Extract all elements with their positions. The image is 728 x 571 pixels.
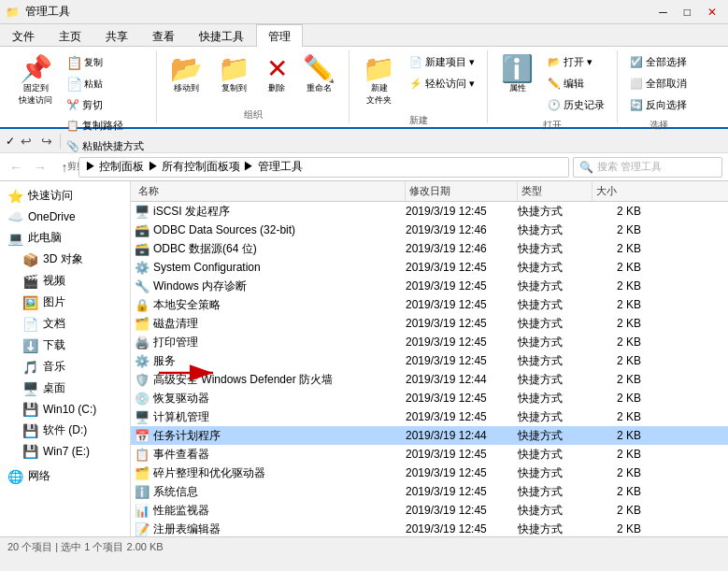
sidebar-item-quickaccess[interactable]: ⭐ 快速访问 [0,185,130,207]
file-type: 快捷方式 [518,372,592,388]
table-row[interactable]: ℹ️ 系统信息 2019/3/19 12:45 快捷方式 2 KB [131,482,728,501]
file-icon: 📋 [135,448,150,462]
search-box[interactable]: 🔍 搜索 管理工具 [573,157,722,178]
file-date: 2019/3/19 12:45 [406,298,518,311]
pin-to-quick-access-btn[interactable]: 📌 固定到快速访问 [13,52,58,110]
copy-btn[interactable]: 📋 复制 [62,52,149,73]
sidebar-item-music[interactable]: 🎵 音乐 [0,356,130,378]
sidebar-item-network[interactable]: 🌐 网络 [0,465,130,487]
file-type: 快捷方式 [518,297,592,313]
file-size: 2 KB [592,223,649,236]
network-icon: 🌐 [7,469,24,484]
sidebar-item-desktop[interactable]: 🖥️ 桌面 [0,378,130,399]
file-size: 2 KB [592,242,649,255]
downloads-icon: ⬇️ [22,338,39,353]
cut-btn[interactable]: ✂️剪切 [62,95,149,115]
file-icon: ℹ️ [135,485,150,499]
maximize-btn[interactable]: □ [678,6,696,19]
file-type: 快捷方式 [518,409,592,425]
drive-d-icon: 💾 [22,423,39,438]
file-main: 名称 修改日期 类型 大小 🖥️ iSCSI 发起程序 2019/3/19 12… [131,181,728,536]
sidebar-item-e[interactable]: 💾 Win7 (E:) [0,441,130,462]
sidebar-item-thispc[interactable]: 💻 此电脑 [0,227,130,249]
sidebar-item-onedrive[interactable]: ☁️ OneDrive [0,207,130,227]
table-row[interactable]: 🛡️ 高级安全 Windows Defender 防火墙 2019/3/19 1… [131,370,728,389]
open-btn[interactable]: 📂打开 ▾ [543,52,609,72]
table-row[interactable]: 📝 注册表编辑器 2019/3/19 12:45 快捷方式 2 KB [131,520,728,536]
table-row[interactable]: 🔒 本地安全策略 2019/3/19 12:45 快捷方式 2 KB [131,295,728,314]
table-row[interactable]: ⚙️ System Configuration 2019/3/19 12:45 … [131,258,728,277]
col-header-size[interactable]: 大小 [592,181,649,201]
table-row[interactable]: 🗂️ 磁盘清理 2019/3/19 12:45 快捷方式 2 KB [131,314,728,333]
table-row[interactable]: 🗃️ ODBC 数据源(64 位) 2019/3/19 12:46 快捷方式 2… [131,239,728,258]
minimize-btn[interactable]: ─ [653,6,673,19]
sidebar-item-d[interactable]: 💾 软件 (D:) [0,420,130,441]
sidebar-item-video[interactable]: 🎬 视频 [0,270,130,292]
tab-file[interactable]: 文件 [0,24,47,46]
table-row[interactable]: 💿 恢复驱动器 2019/3/19 12:45 快捷方式 2 KB [131,389,728,407]
address-path[interactable]: ▶ 控制面板 ▶ 所有控制面板项 ▶ 管理工具 [79,157,569,178]
table-row[interactable]: 🖥️ 计算机管理 2019/3/19 12:45 快捷方式 2 KB [131,407,728,426]
qa-undo-btn[interactable]: ↩ [17,132,36,150]
tab-view[interactable]: 查看 [140,24,187,46]
tab-manage[interactable]: 管理 [256,24,303,47]
select-none-btn[interactable]: ⬜全部取消 [625,74,692,93]
table-row[interactable]: 📊 性能监视器 2019/3/19 12:45 快捷方式 2 KB [131,501,728,520]
tab-home[interactable]: 主页 [47,24,93,46]
file-date: 2019/3/19 12:45 [406,354,518,367]
copy-path-btn[interactable]: 📋复制路径 [62,116,149,136]
sidebar-item-downloads[interactable]: ⬇️ 下载 [0,335,130,356]
paste-shortcut-btn[interactable]: 📎粘贴快捷方式 [62,136,149,156]
delete-btn[interactable]: ✕ 删除 [260,52,293,98]
up-btn[interactable]: ↑ [54,157,75,178]
file-date: 2019/3/19 12:45 [406,448,518,461]
easy-access-btn[interactable]: ⚡轻松访问 ▾ [405,74,479,93]
column-headers: 名称 修改日期 类型 大小 [131,181,728,202]
file-icon: 🖥️ [135,205,150,219]
ribbon-group-clipboard: 📌 固定到快速访问 📋 复制 📄 粘贴 ✂️剪切 [6,50,157,123]
invert-selection-btn[interactable]: 🔄反向选择 [625,95,692,115]
table-row[interactable]: 🗂️ 碎片整理和优化驱动器 2019/3/19 12:45 快捷方式 2 KB [131,464,728,482]
copy-to-btn[interactable]: 📁 复制到 [212,52,256,98]
tab-tools[interactable]: 快捷工具 [187,24,256,46]
col-header-name[interactable]: 名称 [135,181,406,201]
table-row[interactable]: 🖥️ iSCSI 发起程序 2019/3/19 12:45 快捷方式 2 KB [131,202,728,221]
sidebar-item-documents[interactable]: 📄 文档 [0,313,130,335]
col-header-date[interactable]: 修改日期 [406,181,518,201]
new-folder-btn[interactable]: 📁 新建文件夹 [357,52,401,110]
col-header-type[interactable]: 类型 [518,181,592,201]
rename-btn[interactable]: ✏️ 重命名 [297,52,341,98]
thispc-icon: 💻 [7,231,24,246]
file-name: 服务 [153,353,176,369]
table-row[interactable]: 🗃️ ODBC Data Sources (32-bit) 2019/3/19 … [131,221,728,239]
history-btn[interactable]: 🕐历史记录 [543,95,609,115]
properties-btn[interactable]: ℹ️ 属性 [495,52,539,98]
drive-e-icon: 💾 [22,444,39,459]
table-row[interactable]: ⚙️ 服务 2019/3/19 12:45 快捷方式 2 KB [131,351,728,370]
edit-btn[interactable]: ✏️编辑 [543,74,609,93]
forward-btn[interactable]: → [30,157,50,178]
close-btn[interactable]: ✕ [702,6,722,19]
tab-share[interactable]: 共享 [93,24,140,46]
file-name: 打印管理 [153,335,198,350]
sidebar-item-pictures[interactable]: 🖼️ 图片 [0,292,130,313]
table-row[interactable]: 📋 事件查看器 2019/3/19 12:45 快捷方式 2 KB [131,445,728,464]
file-icon: 🗃️ [135,223,150,237]
back-btn[interactable]: ← [6,157,26,178]
file-name: 恢复驱动器 [153,391,209,407]
table-row[interactable]: 🖨️ 打印管理 2019/3/19 12:45 快捷方式 2 KB [131,333,728,351]
file-size: 2 KB [592,410,649,423]
file-icon: 🗂️ [135,466,150,480]
sidebar-item-3d[interactable]: 📦 3D 对象 [0,249,130,270]
new-label: 新建 [409,114,428,127]
move-to-btn[interactable]: 📂 移动到 [164,52,208,98]
table-row[interactable]: 🔧 Windows 内存诊断 2019/3/19 12:45 快捷方式 2 KB [131,277,728,295]
sidebar-item-c[interactable]: 💾 Win10 (C:) [0,399,130,420]
file-icon: 🗂️ [135,317,150,331]
qa-redo-btn[interactable]: ↪ [37,132,56,150]
paste-btn[interactable]: 📄 粘贴 [62,74,149,94]
table-row[interactable]: 📅 任务计划程序 2019/3/19 12:44 快捷方式 2 KB [131,426,728,445]
select-all-btn[interactable]: ☑️全部选择 [625,52,692,72]
file-icon: 📅 [135,429,150,443]
new-item-btn[interactable]: 📄新建项目 ▾ [405,52,479,72]
